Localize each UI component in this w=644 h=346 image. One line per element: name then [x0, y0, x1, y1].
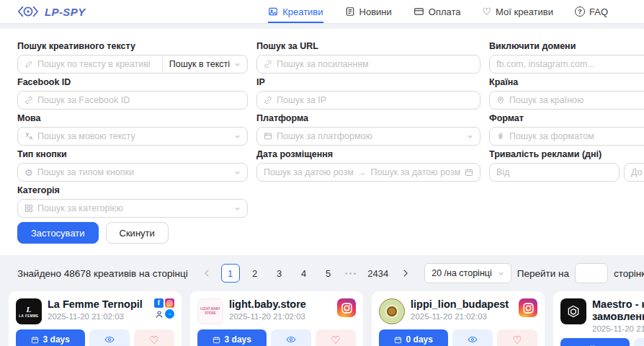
language-select[interactable] [17, 127, 248, 146]
paperclip-icon [496, 132, 505, 141]
main-nav: Креативи Новини Оплата ♡ Мої креативи ? … [268, 0, 608, 23]
date-from-input[interactable] [264, 167, 354, 177]
nav-creatives[interactable]: Креативи [268, 0, 323, 23]
duration-from-input[interactable] [496, 167, 612, 177]
creative-date: 2025-11-20 21:02:03 [411, 312, 513, 321]
instagram-icon [519, 298, 537, 317]
apply-button[interactable]: Застосувати [17, 222, 99, 244]
page-button-last[interactable]: 2434 [365, 264, 391, 283]
days-button[interactable]: 0 days [379, 329, 448, 346]
ip-input[interactable] [277, 95, 473, 105]
category-icon [24, 204, 33, 213]
nav-my-creatives[interactable]: ♡ Мої креативи [483, 0, 553, 23]
placement-date-range[interactable]: → [256, 163, 480, 182]
chevron-left-icon [204, 270, 210, 277]
goto-prefix: Перейти на [517, 268, 569, 279]
search-mode-value: Пошук в тексті [169, 59, 230, 69]
heart-icon: ♡ [149, 334, 158, 345]
chevron-down-icon [234, 133, 241, 140]
search-mode-select[interactable]: Пошук в тексті [162, 56, 247, 73]
creative-text-field: Пошук в тексті [17, 55, 248, 74]
cube-logo-icon [566, 304, 581, 319]
eye-logo-icon [16, 4, 40, 19]
filter-label-facebook-id: Facebook ID [17, 76, 248, 88]
creative-card[interactable]: L LA FEMME La Femme Ternopil 2025-11-20 … [9, 291, 182, 346]
heart-icon: ♡ [483, 6, 492, 17]
translate-icon [24, 132, 33, 141]
pagination-ellipsis[interactable]: ••• [344, 269, 359, 278]
favorite-button[interactable]: ♡ [497, 329, 537, 346]
goto-page-input[interactable] [575, 263, 608, 283]
days-button[interactable] [560, 338, 630, 346]
platform-input[interactable] [277, 131, 462, 141]
favorite-button[interactable]: ♡ [316, 329, 356, 346]
gear-icon: ⚙ [24, 168, 33, 177]
nav-payment[interactable]: Оплата [413, 0, 461, 23]
days-button[interactable]: 3 days [16, 329, 85, 346]
days-button[interactable]: 3 days [197, 329, 267, 346]
next-page-button[interactable] [397, 264, 414, 283]
page-button-2[interactable]: 2 [246, 264, 264, 283]
views-button[interactable] [89, 329, 130, 346]
arrow-right-icon: → [358, 167, 367, 177]
advertiser-name[interactable]: Maestro - кухні, меблі на замовлення в У… [592, 298, 644, 323]
filter-label-duration: Тривалість реклами (дні) [489, 148, 644, 160]
filter-label-country: Країна [489, 76, 644, 88]
link-icon [264, 60, 272, 68]
results-bar: Знайдено 48678 креативів на сторінці 1 2… [0, 255, 644, 291]
page-button-5[interactable]: 5 [319, 264, 338, 283]
creative-card[interactable]: Maestro - кухні, меблі на замовлення в У… [553, 291, 644, 346]
card-icon [413, 6, 424, 17]
brand-logo[interactable]: LP-SPY [16, 0, 86, 23]
pin-icon [496, 96, 505, 105]
advertiser-name[interactable]: lippi_lion_budapest [411, 298, 513, 311]
nav-label: Креативи [282, 6, 323, 17]
chevron-right-icon [403, 270, 408, 277]
calendar-icon [465, 168, 473, 177]
creative-card[interactable]: lippi_lion_budapest 2025-11-20 21:02:03 … [372, 291, 545, 346]
instagram-icon [165, 298, 174, 308]
favorite-button[interactable]: ♡ [134, 329, 174, 346]
chevron-down-icon [234, 169, 241, 176]
prev-page-button[interactable] [198, 264, 215, 283]
date-to-input[interactable] [371, 167, 461, 177]
link-icon [264, 96, 272, 105]
page-size-select[interactable]: 20 /на сторінці [424, 263, 511, 283]
advertiser-name[interactable]: light.baby.store [229, 298, 331, 311]
nav-faq[interactable]: ? FAQ [575, 0, 608, 23]
country-input[interactable] [509, 95, 644, 105]
duration-to-input[interactable] [631, 167, 644, 177]
page-size-value: 20 /на сторінці [431, 268, 492, 278]
image-icon [268, 6, 278, 17]
avatar: L LA FEMME [16, 298, 42, 324]
nav-news[interactable]: Новини [345, 0, 392, 23]
views-button[interactable] [634, 338, 644, 346]
language-input[interactable] [37, 131, 230, 141]
category-input[interactable] [37, 203, 230, 213]
facebook-id-input[interactable] [37, 95, 241, 105]
reset-button[interactable]: Скинути [106, 222, 169, 244]
exclude-domains-input[interactable] [496, 59, 644, 69]
page-button-3[interactable]: 3 [270, 264, 289, 283]
views-button[interactable] [452, 329, 493, 346]
category-select[interactable] [17, 199, 248, 218]
advertiser-name[interactable]: La Femme Ternopil [48, 298, 148, 311]
button-type-input[interactable] [37, 167, 230, 177]
creative-card[interactable]: LIGHT BABY STORE light.baby.store 2025-1… [190, 291, 363, 346]
page-button-4[interactable]: 4 [295, 264, 313, 283]
views-button[interactable] [271, 329, 311, 346]
format-input[interactable] [509, 131, 644, 141]
filter-label-placement-date: Дата розміщення [256, 148, 480, 160]
goto-page: Перейти на сторінку [517, 263, 644, 283]
url-input[interactable] [277, 59, 473, 69]
page-button-1[interactable]: 1 [221, 264, 240, 283]
question-icon: ? [575, 6, 585, 17]
heart-icon: ♡ [331, 334, 340, 345]
platform-select[interactable] [256, 127, 480, 146]
button-type-select[interactable]: ⚙ [17, 163, 248, 182]
eye-icon [468, 334, 478, 345]
creative-date: 2025-11-20 21:02:03 [229, 312, 331, 321]
filter-label-creative-text: Пошук креативного тексту [17, 40, 248, 52]
filter-label-url: Пошук за URL [256, 40, 480, 52]
creative-text-input[interactable] [37, 59, 156, 69]
